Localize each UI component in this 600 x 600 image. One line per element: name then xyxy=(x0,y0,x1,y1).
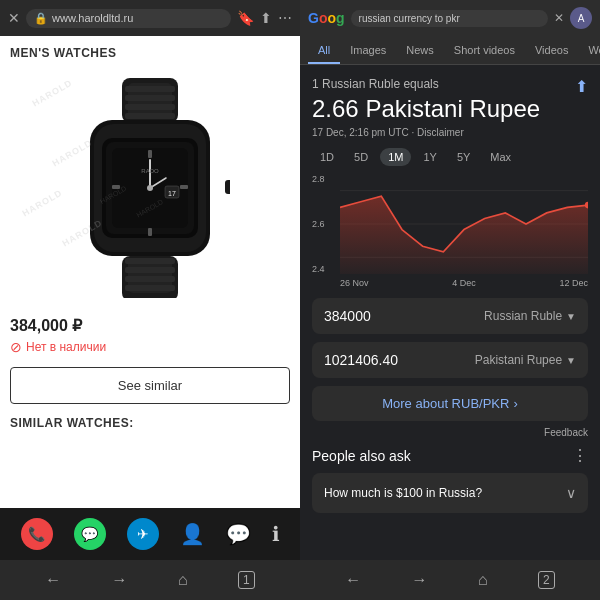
info-icon[interactable]: ℹ xyxy=(272,522,280,546)
svg-rect-24 xyxy=(125,258,175,264)
forward-icon-right[interactable]: → xyxy=(412,571,428,589)
people-ask-title: People also ask ⋮ xyxy=(312,446,588,465)
currency-from-box[interactable]: 384000 Russian Ruble ▼ xyxy=(312,298,588,334)
watermark-1: HAROLD xyxy=(30,78,74,109)
svg-rect-11 xyxy=(148,150,152,158)
back-icon[interactable]: ← xyxy=(45,571,61,589)
stock-status: ⊘ Нет в наличии xyxy=(10,339,290,355)
left-panel: ✕ 🔒 www.haroldltd.ru 🔖 ⬆ ⋯ MEN'S WATCHES xyxy=(0,0,300,600)
currency-from-name: Russian Ruble ▼ xyxy=(484,309,576,323)
svg-rect-2 xyxy=(125,86,175,92)
svg-text:17: 17 xyxy=(168,190,176,197)
bottom-bar-left: 📞 💬 ✈ 👤 💬 ℹ xyxy=(0,508,300,560)
more-btn-label: More about RUB/PKR xyxy=(382,396,509,411)
svg-rect-14 xyxy=(180,185,188,189)
time-tabs: 1D 5D 1M 1Y 5Y Max xyxy=(312,148,588,166)
y-label-high: 2.8 xyxy=(312,174,325,184)
section-title: MEN'S WATCHES xyxy=(10,46,290,60)
time-tab-max[interactable]: Max xyxy=(482,148,519,166)
telegram-icon[interactable]: ✈ xyxy=(127,518,159,550)
see-similar-button[interactable]: See similar xyxy=(10,367,290,404)
more-options-icon[interactable]: ⋮ xyxy=(572,446,588,465)
close-tab-right-icon[interactable]: ✕ xyxy=(554,11,564,25)
search-bar-right[interactable]: russian currency to pkr xyxy=(351,10,548,27)
price-section: 384,000 ₽ ⊘ Нет в наличии xyxy=(10,316,290,355)
feedback-text[interactable]: Feedback xyxy=(312,427,588,438)
chart-container: 2.8 2.6 2.4 xyxy=(312,174,588,274)
currency-from-value: 384000 xyxy=(324,308,371,324)
time-tab-1d[interactable]: 1D xyxy=(312,148,342,166)
forward-icon[interactable]: → xyxy=(112,571,128,589)
stock-icon: ⊘ xyxy=(10,339,22,355)
chart-area xyxy=(340,174,588,274)
svg-rect-27 xyxy=(125,285,175,291)
currency-to-value: 1021406.40 xyxy=(324,352,398,368)
dropdown-arrow-to[interactable]: ▼ xyxy=(566,355,576,366)
currency-to-box[interactable]: 1021406.40 Pakistani Rupee ▼ xyxy=(312,342,588,378)
faq-item-1[interactable]: How much is $100 in Russia? ∨ xyxy=(312,473,588,513)
tab-short-videos[interactable]: Short videos xyxy=(444,36,525,64)
svg-rect-25 xyxy=(125,267,175,273)
tabs-icon[interactable]: 1 xyxy=(238,571,255,589)
bookmark-icon[interactable]: 🔖 xyxy=(237,10,254,26)
left-content: MEN'S WATCHES xyxy=(0,36,300,508)
whatsapp-icon[interactable]: 💬 xyxy=(74,518,106,550)
phone-icon[interactable]: 📞 xyxy=(21,518,53,550)
x-label-3: 12 Dec xyxy=(559,278,588,288)
chat-icon[interactable]: 💬 xyxy=(226,522,251,546)
x-label-2: 4 Dec xyxy=(452,278,476,288)
watch-image: 17 RADO HAROLD HAROLD xyxy=(70,78,230,298)
browser-bar-left: ✕ 🔒 www.haroldltd.ru 🔖 ⬆ ⋯ xyxy=(0,0,300,36)
search-tabs: All Images News Short videos Videos We..… xyxy=(300,36,600,65)
svg-rect-26 xyxy=(125,276,175,282)
home-icon-right[interactable]: ⌂ xyxy=(478,571,488,589)
time-tab-5d[interactable]: 5D xyxy=(346,148,376,166)
exchange-rate: 2.66 Pakistani Rupee xyxy=(312,95,588,123)
time-tab-1y[interactable]: 1Y xyxy=(415,148,444,166)
browser-bar-right: Goog russian currency to pkr ✕ A xyxy=(300,0,600,36)
right-browser-icons: ✕ A xyxy=(554,7,592,29)
more-about-button[interactable]: More about RUB/PKR › xyxy=(312,386,588,421)
avatar[interactable]: A xyxy=(570,7,592,29)
y-label-mid: 2.6 xyxy=(312,219,325,229)
time-tab-1m[interactable]: 1M xyxy=(380,148,411,166)
back-icon-right[interactable]: ← xyxy=(345,571,361,589)
close-tab-icon[interactable]: ✕ xyxy=(8,10,20,26)
tabs-icon-right[interactable]: 2 xyxy=(538,571,555,589)
svg-rect-21 xyxy=(225,180,230,194)
search-query: russian currency to pkr xyxy=(359,13,460,24)
tab-more[interactable]: We... xyxy=(578,36,600,64)
equals-text: 1 Russian Ruble equals xyxy=(312,77,588,91)
url-text: www.haroldltd.ru xyxy=(52,12,133,24)
more-icon[interactable]: ⋯ xyxy=(278,10,292,26)
chart-x-labels: 26 Nov 4 Dec 12 Dec xyxy=(312,278,588,288)
chart-y-labels: 2.8 2.6 2.4 xyxy=(312,174,325,274)
svg-rect-4 xyxy=(125,104,175,110)
svg-rect-12 xyxy=(148,228,152,236)
share-icon[interactable]: ⬆ xyxy=(260,10,272,26)
tab-all[interactable]: All xyxy=(308,36,340,64)
lock-icon: 🔒 xyxy=(34,12,48,25)
right-content: 1 Russian Ruble equals 2.66 Pakistani Ru… xyxy=(300,65,600,560)
google-logo: Goog xyxy=(308,10,345,26)
faq-question-1: How much is $100 in Russia? xyxy=(324,486,482,500)
time-tab-5y[interactable]: 5Y xyxy=(449,148,478,166)
chevron-down-icon: ∨ xyxy=(566,485,576,501)
stock-text: Нет в наличии xyxy=(26,340,106,354)
svg-rect-3 xyxy=(125,95,175,101)
rate-date: 17 Dec, 2:16 pm UTC · Disclaimer xyxy=(312,127,588,138)
right-panel: Goog russian currency to pkr ✕ A All Ima… xyxy=(300,0,600,600)
price-text: 384,000 ₽ xyxy=(10,316,290,335)
url-bar[interactable]: 🔒 www.haroldltd.ru xyxy=(26,9,231,28)
dropdown-arrow-from[interactable]: ▼ xyxy=(566,311,576,322)
user-icon[interactable]: 👤 xyxy=(180,522,205,546)
browser-action-icons: 🔖 ⬆ ⋯ xyxy=(237,10,292,26)
tab-videos[interactable]: Videos xyxy=(525,36,578,64)
nav-bar-right: ← → ⌂ 2 xyxy=(300,560,600,600)
share-button[interactable]: ⬆ xyxy=(575,77,588,96)
people-also-ask: People also ask ⋮ How much is $100 in Ru… xyxy=(312,446,588,513)
tab-news[interactable]: News xyxy=(396,36,444,64)
tab-images[interactable]: Images xyxy=(340,36,396,64)
home-icon[interactable]: ⌂ xyxy=(178,571,188,589)
chevron-right-icon: › xyxy=(513,396,517,411)
